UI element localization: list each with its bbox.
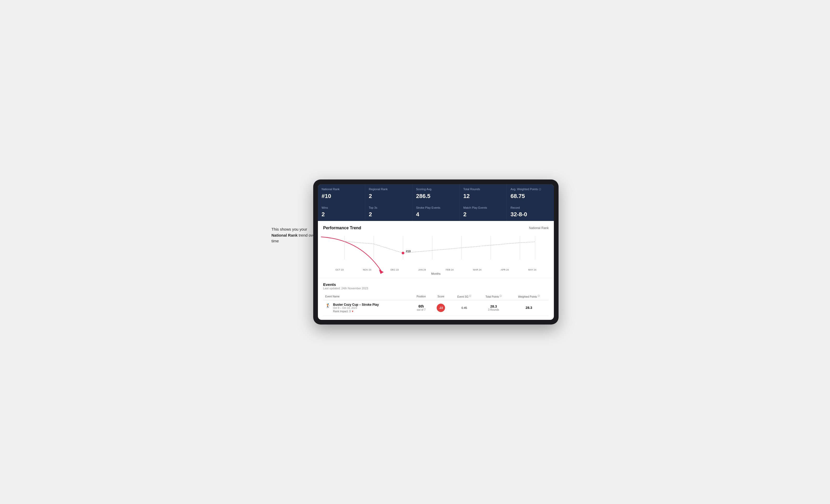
event-sg-cell: 0.45	[450, 300, 478, 315]
events-table: Event Name Position Score Event SG ⓘ Tot…	[323, 293, 549, 315]
annotation-text-start: This shows you your	[272, 227, 307, 231]
event-name-cell: 🏌 Buster Cozy Cup – Stroke Play Oct 9 – …	[323, 300, 411, 315]
position-sub: out of 7	[413, 308, 429, 311]
stat-cell-row1-0: National Rank #10	[318, 184, 365, 203]
table-row: 🏌 Buster Cozy Cup – Stroke Play Oct 9 – …	[323, 300, 549, 315]
stat-value: 2	[322, 211, 361, 218]
chart-x-label: OCT 23	[326, 268, 353, 271]
events-table-body: 🏌 Buster Cozy Cup – Stroke Play Oct 9 – …	[323, 300, 549, 315]
weighted-points-cell: 28.3	[509, 300, 549, 315]
position-cell: 6th out of 7	[411, 300, 431, 315]
col-event-sg: Event SG ⓘ	[450, 293, 478, 300]
perf-header: Performance Trend National Rank	[323, 226, 549, 230]
stat-value: 32-8-0	[511, 211, 550, 218]
chart-x-label: JAN 24	[409, 268, 436, 271]
svg-point-9	[402, 252, 404, 254]
stat-value: 2	[463, 211, 503, 218]
tablet-screen: National Rank #10 Regional Rank 2 Scorin…	[318, 184, 554, 320]
col-weighted-points: Weighted Points ⓘ	[509, 293, 549, 300]
stat-label: National Rank	[322, 187, 361, 191]
total-points-sub: 3 Rounds	[480, 308, 507, 311]
events-table-head: Event Name Position Score Event SG ⓘ Tot…	[323, 293, 549, 300]
col-event-name: Event Name	[323, 293, 411, 300]
col-score: Score	[432, 293, 450, 300]
chart-x-label: MAY 24	[519, 268, 546, 271]
stat-value: 2	[369, 211, 409, 218]
chart-container: #10	[323, 233, 549, 267]
stat-label: Match Play Events	[463, 206, 503, 209]
performance-section: Performance Trend National Rank	[318, 221, 554, 278]
golf-icon: 🏌	[325, 303, 331, 309]
stat-label: Record	[511, 206, 550, 209]
stat-value: 286.5	[416, 193, 456, 200]
stat-cell-row2-0: Wins 2	[318, 203, 365, 221]
stat-label: Scoring Avg.	[416, 187, 456, 191]
rank-impact-arrow: ▼	[351, 310, 354, 313]
total-points-cell: 28.3 3 Rounds	[478, 300, 509, 315]
stat-label: Total Rounds	[463, 187, 503, 191]
stats-row2: Wins 2 Top 3s 2 Stroke Play Events 4 Mat…	[318, 203, 554, 221]
stat-value: 68.75	[511, 193, 550, 200]
total-points-main: 28.3	[480, 304, 507, 308]
events-section: Events Last updated: 24th November 2023 …	[318, 278, 554, 320]
col-position: Position	[411, 293, 431, 300]
perf-title: Performance Trend	[323, 226, 361, 230]
stat-cell-row2-3: Match Play Events 2	[459, 203, 507, 221]
score-cell: -22	[432, 300, 450, 315]
perf-subtitle: National Rank	[529, 226, 549, 230]
stat-cell-row2-4: Record 32-8-0	[507, 203, 554, 221]
stat-cell-row1-2: Scoring Avg. 286.5	[412, 184, 459, 203]
scene: This shows you your National Rank trend …	[272, 179, 558, 324]
stat-value: 2	[369, 193, 409, 200]
tablet: National Rank #10 Regional Rank 2 Scorin…	[313, 179, 558, 324]
chart-x-labels: OCT 23NOV 23DEC 23JAN 24FEB 24MAR 24APR …	[323, 267, 549, 271]
stat-cell-row1-4: Avg. Weighted Points ⓘ 68.75	[507, 184, 554, 203]
performance-chart: #10	[323, 233, 549, 267]
stat-label: Regional Rank	[369, 187, 409, 191]
chart-x-label: FEB 24	[436, 268, 464, 271]
annotation-text-bold: National Rank	[272, 233, 297, 237]
event-rank-impact: Rank Impact: 3 ▼	[333, 310, 379, 313]
stat-label: Avg. Weighted Points ⓘ	[511, 187, 550, 191]
events-title: Events	[323, 282, 549, 287]
position-main: 6th	[413, 304, 429, 308]
stat-value: #10	[322, 193, 361, 200]
stats-row1: National Rank #10 Regional Rank 2 Scorin…	[318, 184, 554, 203]
stat-value: 4	[416, 211, 456, 218]
stat-cell-row1-3: Total Rounds 12	[459, 184, 507, 203]
stat-label: Wins	[322, 206, 361, 209]
stat-label: Top 3s	[369, 206, 409, 209]
stat-label: Stroke Play Events	[416, 206, 456, 209]
score-badge: -22	[437, 304, 445, 312]
events-last-updated: Last updated: 24th November 2023	[323, 287, 549, 290]
stat-cell-row2-1: Top 3s 2	[365, 203, 412, 221]
chart-months-label: Months	[323, 272, 549, 275]
event-name: Buster Cozy Cup – Stroke Play	[333, 303, 379, 306]
stat-value: 12	[463, 193, 503, 200]
chart-x-label: NOV 23	[353, 268, 381, 271]
stat-cell-row1-1: Regional Rank 2	[365, 184, 412, 203]
svg-text:#10: #10	[406, 250, 411, 253]
chart-x-label: DEC 23	[381, 268, 409, 271]
chart-x-label: MAR 24	[464, 268, 491, 271]
event-date: Oct 9 – Oct 10, 2023	[333, 306, 379, 309]
col-total-points: Total Points ⓘ	[478, 293, 509, 300]
chart-x-label: APR 24	[491, 268, 519, 271]
annotation: This shows you your National Rank trend …	[272, 227, 324, 244]
stat-cell-row2-2: Stroke Play Events 4	[412, 203, 459, 221]
